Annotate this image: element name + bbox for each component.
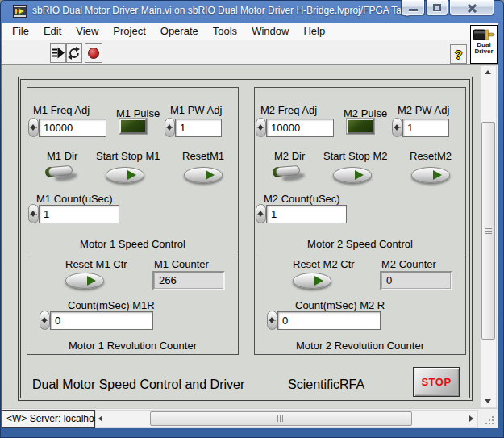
m2-pw-spinner[interactable] bbox=[392, 118, 402, 137]
maximize-button[interactable] bbox=[426, 0, 448, 15]
m1-dir-label: M1 Dir bbox=[47, 150, 77, 162]
m2-count-input[interactable]: 1 bbox=[266, 205, 347, 223]
m2-dir-toggle[interactable] bbox=[273, 164, 310, 183]
m2-reset-label: ResetM2 bbox=[410, 150, 452, 162]
scroll-left-button[interactable] bbox=[96, 411, 108, 427]
m1-dir-toggle[interactable] bbox=[45, 164, 82, 183]
vertical-scroll-thumb[interactable] bbox=[481, 122, 495, 340]
scroll-up-button[interactable] bbox=[481, 66, 496, 80]
menu-help[interactable]: Help bbox=[296, 23, 332, 39]
section-divider bbox=[255, 252, 465, 252]
m2-pulse-led bbox=[347, 119, 374, 134]
m2-count-spinner[interactable] bbox=[256, 204, 266, 223]
m2-start-stop-button[interactable] bbox=[333, 167, 372, 183]
m1-freq-input[interactable]: 10000 bbox=[39, 119, 106, 137]
scroll-right-button[interactable] bbox=[465, 411, 477, 427]
m2-reset-ctr-button[interactable] bbox=[293, 273, 331, 289]
vi-icon-label-line2: Driver bbox=[471, 48, 497, 55]
m1-pw-spinner[interactable] bbox=[165, 118, 175, 137]
m1-count-msec-label: Count(mSec) M1R bbox=[68, 299, 155, 311]
m2-freq-input[interactable]: 10000 bbox=[266, 119, 334, 137]
m2-count-usec-control: 1 bbox=[256, 204, 347, 223]
server-status: <W> Server: localhost bbox=[2, 410, 95, 428]
horizontal-scrollbar[interactable] bbox=[95, 410, 478, 428]
m2-rev-section-title: Motor 2 Revolution Counter bbox=[255, 340, 465, 352]
m1-count-msec-control: 0 bbox=[40, 311, 153, 330]
m2-counter-label: M2 Counter bbox=[381, 258, 436, 270]
m1-pw-adj-control: 1 bbox=[165, 118, 222, 137]
m1-start-stop-label: Start Stop M1 bbox=[96, 150, 160, 162]
horizontal-scroll-thumb[interactable] bbox=[150, 411, 412, 426]
abort-icon bbox=[88, 48, 99, 59]
menu-window[interactable]: Window bbox=[244, 23, 296, 39]
resize-corner[interactable] bbox=[479, 410, 497, 428]
m1-pw-input[interactable]: 1 bbox=[175, 119, 222, 137]
close-button[interactable] bbox=[449, 0, 494, 15]
m1-count-spinner[interactable] bbox=[28, 204, 39, 223]
m2-count-msec-spinner[interactable] bbox=[267, 311, 277, 330]
panel-title: Dual Motor Speed Control and Driver bbox=[32, 378, 244, 392]
m1-freq-adj-label: M1 Freq Adj bbox=[33, 104, 90, 116]
run-icon bbox=[52, 47, 65, 59]
m2-count-msec-label: Count(mSec) M2 R bbox=[295, 299, 385, 311]
m2-pw-input[interactable]: 1 bbox=[402, 119, 449, 137]
context-help-button[interactable]: ? bbox=[450, 44, 467, 64]
vi-titlebar-icon bbox=[13, 5, 27, 18]
m2-freq-spinner[interactable] bbox=[256, 118, 266, 137]
thumb-grip-icon bbox=[485, 227, 492, 234]
resize-grip-icon bbox=[485, 416, 494, 425]
vi-icon-pane[interactable]: Dual Driver bbox=[470, 25, 498, 64]
abort-button[interactable] bbox=[85, 43, 102, 63]
m1-start-stop-button[interactable] bbox=[106, 167, 144, 183]
motor1-group: M1 Freq Adj 10000 M1 Pulse M1 PW Adj 1 M… bbox=[27, 87, 239, 355]
scroll-down-button[interactable] bbox=[481, 394, 496, 407]
m1-reset-ctr-button[interactable] bbox=[65, 273, 104, 289]
toolbar bbox=[2, 40, 498, 65]
minimize-icon bbox=[409, 9, 418, 11]
stop-button[interactable]: STOP bbox=[413, 367, 460, 397]
menu-view[interactable]: View bbox=[69, 23, 106, 39]
vertical-scrollbar[interactable] bbox=[480, 65, 497, 408]
m1-rev-section-title: Motor 1 Revolution Counter bbox=[27, 340, 238, 352]
m1-speed-section-title: Motor 1 Speed Control bbox=[27, 238, 238, 250]
run-button[interactable] bbox=[50, 43, 66, 63]
menu-project[interactable]: Project bbox=[106, 23, 152, 39]
m2-pulse-label: M2 Pulse bbox=[344, 107, 387, 119]
m2-pw-adj-label: M2 PW Adj bbox=[398, 104, 449, 116]
m1-pw-adj-label: M1 PW Adj bbox=[170, 104, 222, 116]
m2-pw-adj-control: 1 bbox=[392, 118, 449, 137]
continuous-run-icon bbox=[68, 47, 81, 60]
m2-start-stop-label: Start Stop M2 bbox=[323, 150, 387, 162]
title-bar[interactable]: sbRIO Dual Motor Driver Main.vi on sbRIO… bbox=[0, 0, 504, 23]
m2-speed-section-title: Motor 2 Speed Control bbox=[255, 238, 465, 250]
status-bar: <W> Server: localhost bbox=[2, 408, 498, 428]
labview-window: sbRIO Dual Motor Driver Main.vi on sbRIO… bbox=[0, 0, 504, 438]
arrow-up-icon bbox=[485, 70, 491, 74]
motor-icon bbox=[473, 27, 495, 42]
client-area: File Edit View Project Operate Tools Win… bbox=[2, 23, 498, 428]
motor2-group: M2 Freq Adj 10000 M2 Pulse M2 PW Adj 1 M… bbox=[254, 87, 466, 355]
menu-tools[interactable]: Tools bbox=[206, 23, 244, 39]
m1-counter-indicator: 266 bbox=[152, 271, 225, 290]
m2-count-msec-input[interactable]: 0 bbox=[277, 311, 381, 330]
m1-reset-button[interactable] bbox=[184, 167, 223, 183]
m1-count-usec-label: M1 Count(uSec) bbox=[36, 193, 113, 205]
section-divider bbox=[27, 252, 238, 252]
run-continuously-button[interactable] bbox=[66, 43, 82, 63]
minimize-button[interactable] bbox=[401, 0, 425, 15]
front-panel: M1 Freq Adj 10000 M1 Pulse M1 PW Adj 1 M… bbox=[2, 65, 480, 408]
m1-count-msec-input[interactable]: 0 bbox=[50, 311, 153, 330]
menu-edit[interactable]: Edit bbox=[36, 23, 69, 39]
maximize-icon bbox=[433, 4, 441, 11]
help-icon: ? bbox=[451, 45, 466, 64]
arrow-left-icon bbox=[98, 415, 102, 422]
menu-file[interactable]: File bbox=[5, 23, 36, 39]
m1-pulse-led bbox=[119, 119, 147, 134]
m1-count-msec-spinner[interactable] bbox=[40, 311, 50, 330]
m2-reset-button[interactable] bbox=[411, 167, 450, 183]
window-controls bbox=[400, 0, 494, 15]
m1-count-input[interactable]: 1 bbox=[39, 205, 119, 223]
m1-counter-label: M1 Counter bbox=[154, 258, 209, 270]
menu-operate[interactable]: Operate bbox=[153, 23, 206, 39]
m1-freq-spinner[interactable] bbox=[28, 118, 39, 137]
